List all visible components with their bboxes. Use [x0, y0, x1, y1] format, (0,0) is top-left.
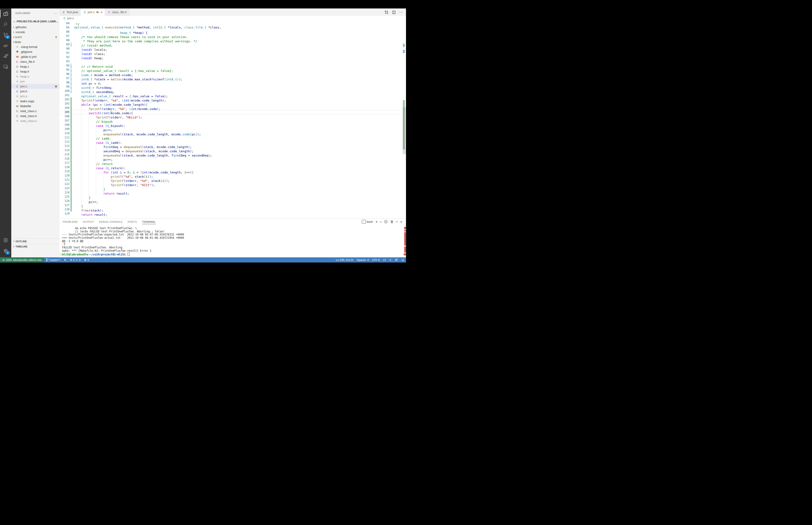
code-line-114[interactable]: 114secondDeq = dequeueVal(stack, mcode.c… — [59, 148, 406, 152]
activity-account-icon[interactable] — [0, 235, 11, 245]
code-line-100[interactable]: 100uint8_t secondDeq; — [59, 89, 406, 93]
code-line-123[interactable]: 123} — [59, 186, 406, 190]
code-line-124[interactable]: 124return result; — [59, 190, 406, 195]
split-editor-icon[interactable] — [392, 10, 396, 14]
code-line-90[interactable]: 90(void) locals; — [59, 46, 406, 51]
activity-source-control-icon[interactable]: 2 — [0, 30, 11, 40]
file-row-read_class.h[interactable]: Cread_class.h — [11, 114, 59, 118]
views-more-icon[interactable]: ⋯ — [54, 11, 57, 15]
maximize-panel-icon[interactable] — [396, 221, 398, 223]
code-editor[interactable]: 84*/85optional_value_t execute(method_t … — [59, 21, 406, 219]
new-terminal-button[interactable]: + — [376, 220, 378, 224]
feedback-button[interactable] — [393, 257, 400, 262]
encoding-status[interactable]: UTF-8 — [370, 257, 382, 262]
code-line-129[interactable]: 129return result; — [59, 211, 406, 216]
file-row-jvm.h[interactable]: Cjvm.h — [11, 89, 59, 94]
code-line-113[interactable]: 113firstDeq = dequeueVal(stack, mcode.co… — [59, 144, 406, 148]
code-line-89[interactable]: 89// (void) method; — [59, 42, 406, 46]
code-line-112[interactable]: 112case (i_iadd): — [59, 139, 406, 144]
terminal-output[interactable]: && echo PASSED test PrintOnePlusTwo. \ |… — [62, 225, 401, 257]
code-line-109[interactable]: 109pc++; — [59, 127, 406, 131]
code-line-128[interactable]: 128free(stack); — [59, 207, 406, 211]
code-line-120[interactable]: 120printf("%d", stack[i]); — [59, 174, 406, 178]
code-line-106[interactable]: 106fprintf(stderr, "HELLO"); — [59, 114, 406, 118]
indentation-status[interactable]: Spaces: 4 — [355, 257, 370, 262]
code-line-91[interactable]: 91(void) class; — [59, 51, 406, 55]
code-line-118[interactable]: 118case (i_return): — [59, 165, 406, 169]
code-line-115[interactable]: 115enqueueVal(stack, mcode.code_length, … — [59, 152, 406, 156]
code-line-86[interactable]: 86heap_t *heap) { — [59, 30, 406, 34]
code-line-126[interactable]: 126pc++; — [59, 199, 406, 203]
code-line-119[interactable]: 119for (int i = 0; i < (int)mcode.code_l… — [59, 169, 406, 174]
tab-close-icon[interactable]: × — [101, 11, 103, 14]
code-line-84[interactable]: 84*/ — [59, 21, 406, 25]
file-row-heap.h[interactable]: Cheap.h — [11, 69, 59, 74]
activity-remote-explorer-icon[interactable] — [0, 61, 11, 72]
code-line-105[interactable]: 105switch((int)mcode.code){ — [59, 110, 406, 114]
code-line-95[interactable]: 95// optional_value_t result = {.has_val… — [59, 68, 406, 72]
terminal-shell-select[interactable]: › bash — [362, 220, 373, 224]
panel-tab-problems[interactable]: PROBLEMS — [63, 219, 78, 225]
terminal-dropdown-icon[interactable] — [380, 221, 382, 222]
file-row-.gitignore[interactable]: .gitignore — [11, 49, 59, 54]
git-branch-status[interactable]: master*+ — [44, 257, 62, 262]
code-line-85[interactable]: 85optional_value_t execute(method_t *met… — [59, 25, 406, 30]
code-line-102[interactable]: 102fprintf(stderr, "%d", (int)mcode.code… — [59, 97, 406, 102]
file-row-leaks.supp[interactable]: ≡leaks.supp — [11, 99, 59, 104]
file-row-jvm[interactable]: ≡jvm — [11, 79, 59, 84]
activity-settings-icon[interactable]: 1 — [0, 245, 11, 256]
file-row-.vscode[interactable]: .vscode — [11, 30, 59, 34]
file-row-read_class.c[interactable]: Cread_class.c — [11, 108, 59, 114]
code-line-110[interactable]: 110enqueueVal(stack, mcode.code_length, … — [59, 131, 406, 135]
code-line-101[interactable]: 101optional_value_t result = {.has_value… — [59, 93, 406, 97]
tab-jvm.c[interactable]: Cjvm.cM× — [81, 9, 105, 16]
panel-tab-output[interactable]: OUTPUT — [83, 219, 94, 225]
file-row-class_file.h[interactable]: Cclass_file.h — [11, 59, 59, 64]
outline-section[interactable]: OUTLINE — [11, 239, 59, 244]
file-row-.githooks[interactable]: .githooks — [11, 25, 59, 30]
code-line-92[interactable]: 92(void) heap; — [59, 55, 406, 59]
notifications-button[interactable] — [400, 257, 406, 262]
code-line-87[interactable]: 87/* You should remove these casts to vo… — [59, 34, 406, 38]
timeline-section[interactable]: TIMELINE — [11, 244, 59, 249]
file-row-.gitlab-ci.yml[interactable]: .gitlab-ci.yml — [11, 54, 59, 59]
code-line-122[interactable]: 122fprintf(stderr, "HIII"); — [59, 182, 406, 186]
editor-scrollbar[interactable] — [402, 21, 406, 219]
project-root-folder[interactable]: PROJECT01-MLI5 [SSH: LABR... — [11, 19, 59, 24]
activity-search-icon[interactable] — [0, 19, 11, 30]
file-row-Makefile[interactable]: MMakefile — [11, 104, 59, 108]
code-line-99[interactable]: 99uint8_t firstDeq; — [59, 85, 406, 89]
kill-terminal-icon[interactable] — [390, 220, 394, 224]
code-line-116[interactable]: 116pc++; — [59, 156, 406, 161]
remote-indicator[interactable]: >< SSH: labradoodle.caltech.edu — [0, 257, 44, 262]
code-line-88[interactable]: 88* They are just here so the code compi… — [59, 38, 406, 42]
code-line-94[interactable]: 94// // Return void — [59, 63, 406, 68]
panel-tab-terminal[interactable]: TERMINAL — [142, 219, 156, 225]
language-mode-status[interactable]: C — [388, 257, 393, 262]
split-terminal-icon[interactable] — [384, 220, 388, 224]
terminal-scrollbar-thumb[interactable] — [403, 253, 404, 255]
file-row-jvm.c[interactable]: Cjvm.cM — [11, 84, 59, 89]
code-line-127[interactable]: 127} — [59, 203, 406, 207]
code-line-125[interactable]: 125} — [59, 195, 406, 199]
code-line-108[interactable]: 108case (i_bipush): — [59, 123, 406, 127]
activity-explorer-icon[interactable] — [0, 9, 11, 19]
problems-status[interactable]: ⊘ 0 ⚠ 0 — [68, 257, 82, 262]
tab-Test.java[interactable]: JTest.java — [59, 9, 81, 16]
breadcrumb[interactable]: C jvm.c — [59, 16, 406, 21]
file-row-task0[interactable]: task0 — [11, 34, 59, 40]
panel-tab-debug-console[interactable]: DEBUG CONSOLE — [99, 219, 123, 225]
code-line-104[interactable]: 104fprintf(stderr, "%d", (int)mcode.code… — [59, 106, 406, 110]
terminal-prompt-line[interactable]: mli5@labradoodle:~/cs24/project01-mli5$ — [62, 253, 401, 256]
panel-tab-ports[interactable]: PORTS — [127, 219, 137, 225]
code-line-96[interactable]: 96code_t mcode = method->code; — [59, 72, 406, 76]
activity-extensions-icon[interactable] — [0, 51, 11, 61]
file-row-heap.o[interactable]: ≡heap.o — [11, 74, 59, 79]
code-line-98[interactable]: 98int pc = 0; — [59, 80, 406, 85]
open-changes-icon[interactable] — [384, 10, 388, 14]
code-line-111[interactable]: 111// iadd: — [59, 135, 406, 139]
code-line-97[interactable]: 97int8_t *stack = malloc(mcode.max_stack… — [59, 76, 406, 80]
code-line-117[interactable]: 117// return — [59, 161, 406, 165]
scrollbar-thumb[interactable] — [403, 107, 406, 154]
code-line-93[interactable]: 93 — [59, 59, 406, 63]
